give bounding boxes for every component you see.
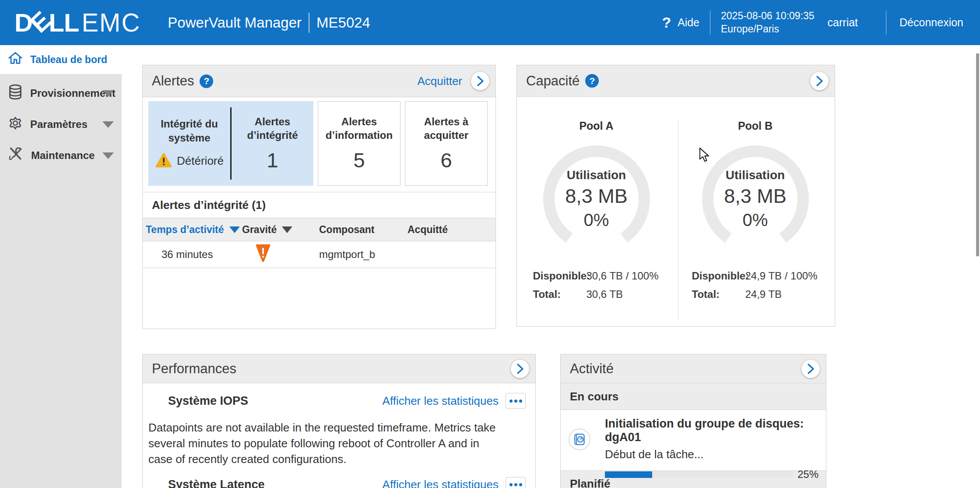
username-link[interactable]: carriat	[828, 16, 858, 29]
chevron-down-icon	[102, 152, 114, 159]
alert-tiles: Intégrité du système Détérioré Alertes d…	[148, 101, 495, 186]
health-alerts-table: Alertes d’intégrité (1) Temps d’activité…	[143, 192, 495, 329]
datetime-timezone: Europe/Paris	[721, 23, 779, 35]
tile-count: 5	[353, 148, 365, 172]
dell-emc-logo: DELL EMC	[14, 8, 141, 37]
database-icon	[8, 84, 23, 103]
header-separator	[886, 11, 886, 35]
disk-group-task-icon	[569, 428, 590, 450]
sidebar-item-settings[interactable]: Paramètres	[0, 109, 122, 140]
latency-stats-link[interactable]: Afficher les statistiques	[383, 478, 499, 488]
sidebar-item-dashboard[interactable]: Tableau de bord	[0, 45, 122, 74]
column-header-acknowledged[interactable]: Acquitté	[407, 224, 495, 236]
iops-label: Système IOPS	[168, 394, 248, 408]
vertical-scrollbar-thumb[interactable]	[976, 53, 979, 256]
sort-desc-icon	[282, 226, 292, 233]
performance-panel: Performances Système IOPS Afficher les s…	[142, 354, 536, 488]
activity-panel-header: Activité	[561, 354, 826, 383]
system-health-tile: Intégrité du système Détérioré Alertes d…	[148, 101, 313, 186]
info-alerts-tile[interactable]: Alertes d’information 5	[318, 101, 400, 186]
tile-count: 1	[267, 148, 278, 172]
alerts-title: Alertes	[152, 73, 194, 89]
sidebar-item-label: Tableau de bord	[30, 54, 107, 66]
title-separator	[309, 13, 309, 33]
available-value: 24,9 TB / 100%	[745, 270, 818, 282]
alerts-expand-button[interactable]	[471, 72, 489, 90]
no-datapoints-message: Datapoints are not available in the requ…	[148, 420, 499, 467]
table-row[interactable]: 36 minutes mgmtport_b	[143, 241, 495, 268]
performance-title: Performances	[152, 361, 236, 377]
total-label: Total:	[692, 288, 745, 301]
system-name: ME5024	[316, 14, 370, 31]
warning-triangle-icon	[155, 152, 172, 170]
pool-divider	[678, 120, 678, 320]
alerts-panel-header: Alertes ? Acquitter	[143, 65, 495, 97]
total-label: Total:	[533, 288, 587, 301]
gauge-usage-label: Utilisation	[567, 168, 626, 182]
gauge-usage-label: Utilisation	[726, 168, 785, 182]
capacity-pools: Pool A Utilisation 8,3 MB 0% Disponible:…	[517, 97, 835, 358]
gauge-percent-value: 0%	[584, 210, 609, 230]
severity-warning-icon	[242, 244, 319, 265]
task-item[interactable]: Initialisation du groupe de disques: dgA…	[561, 410, 826, 470]
app-title: PowerVault Manager	[168, 14, 302, 31]
iops-options-button[interactable]	[506, 393, 526, 409]
total-value: 24,9 TB	[745, 288, 782, 301]
activity-expand-button[interactable]	[801, 360, 820, 378]
help-question-icon[interactable]: ?	[660, 15, 673, 31]
sidebar-item-label: Paramètres	[30, 118, 88, 131]
sidebar-item-label: Maintenance	[31, 149, 95, 162]
home-icon	[8, 51, 23, 68]
performance-panel-header: Performances	[143, 354, 535, 383]
health-alerts-tile[interactable]: Alertes d’intégrité 1	[232, 101, 313, 186]
emc-logo-text: EMC	[81, 7, 141, 37]
alerts-help-icon[interactable]: ?	[200, 74, 213, 88]
column-header-component[interactable]: Composant	[319, 224, 407, 236]
system-health-status[interactable]: Intégrité du système Détérioré	[148, 101, 230, 186]
alerts-panel: Alertes ? Acquitter Intégrité du système…	[142, 65, 496, 329]
chevron-down-icon	[102, 121, 114, 128]
task-status: Début de la tâche...	[605, 448, 820, 461]
datetime-display: 2025-08-06 10:09:35 Europe/Paris	[721, 10, 815, 36]
iops-section: Système IOPS Afficher les statistiques	[143, 393, 535, 409]
pool-a: Pool A Utilisation 8,3 MB 0% Disponible:…	[517, 97, 676, 358]
sort-desc-icon	[229, 226, 240, 233]
header-separator	[710, 11, 710, 35]
help-link[interactable]: Aide	[678, 16, 699, 29]
datetime-date: 2025-08-06 10:09:35	[721, 10, 815, 21]
pool-name: Pool A	[579, 120, 613, 132]
capacity-panel-header: Capacité ?	[517, 65, 835, 97]
gauge-percent-value: 0%	[743, 210, 768, 230]
progress-fill	[605, 471, 652, 478]
powervault-dashboard: { "header": { "logo_dell": "DELL", "logo…	[0, 0, 980, 488]
pool-a-usage-gauge: Utilisation 8,3 MB 0%	[543, 145, 650, 252]
capacity-help-icon[interactable]: ?	[585, 74, 599, 88]
total-value: 30,6 TB	[587, 288, 623, 301]
logout-link[interactable]: Déconnexion	[899, 16, 963, 29]
tile-count: 6	[440, 148, 452, 172]
iops-stats-link[interactable]: Afficher les statistiques	[383, 394, 499, 408]
sidebar-item-provisioning[interactable]: Provisionnement	[0, 78, 122, 109]
activity-title: Activité	[570, 361, 614, 377]
task-name: Initialisation du groupe de disques: dgA…	[605, 417, 820, 444]
performance-expand-button[interactable]	[511, 360, 529, 378]
column-header-uptime[interactable]: Temps d’activité	[146, 224, 242, 236]
capacity-expand-button[interactable]	[810, 72, 829, 90]
in-progress-section-header: En cours	[561, 383, 826, 410]
gauge-used-value: 8,3 MB	[565, 185, 628, 208]
table-title: Alertes d’intégrité (1)	[143, 192, 495, 218]
ack-alerts-tile[interactable]: Alertes à acquitter 6	[405, 101, 488, 186]
sidebar-item-maintenance[interactable]: Maintenance	[0, 140, 122, 171]
top-bar-right: ? Aide 2025-08-06 10:09:35 Europe/Paris …	[660, 0, 971, 45]
capacity-title: Capacité	[526, 73, 580, 89]
column-header-severity[interactable]: Gravité	[242, 224, 319, 236]
gauge-used-value: 8,3 MB	[724, 185, 787, 208]
latency-options-button[interactable]	[506, 477, 526, 488]
tile-label: Alertes d’information	[318, 115, 400, 142]
system-health-value: Détérioré	[177, 154, 224, 168]
sidebar-menu-group: Provisionnement Paramètres	[0, 74, 122, 488]
gear-icon	[8, 115, 23, 134]
system-health-label: Intégrité du système	[148, 117, 230, 144]
pool-b-stats: Disponible: 24,9 TB / 100% Total: 24,9 T…	[692, 270, 819, 307]
acknowledge-link[interactable]: Acquitter	[417, 74, 462, 88]
